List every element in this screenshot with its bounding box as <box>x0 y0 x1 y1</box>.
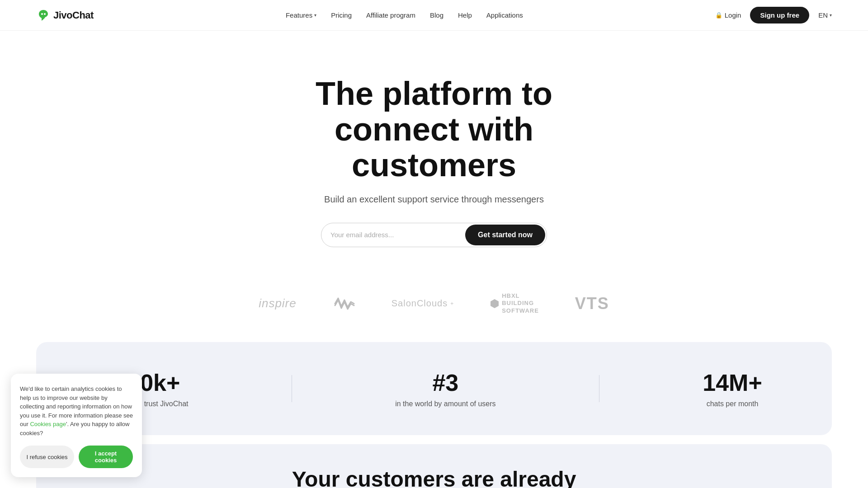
logo-text: JivoChat <box>53 9 94 21</box>
nav-affiliate[interactable]: Affiliate program <box>366 11 415 19</box>
brand-logo-salonclouds: SalonClouds+ <box>392 298 454 309</box>
stat-divider-2 <box>599 375 599 402</box>
signup-button[interactable]: Sign up free <box>750 7 809 23</box>
nav-pricing[interactable]: Pricing <box>331 11 352 19</box>
brand-logo-vts: VTS <box>575 294 609 313</box>
nav-right: 🔒 Login Sign up free EN ▾ <box>715 7 832 23</box>
bottom-teaser-title: Your customers are already <box>54 467 814 488</box>
hero-form: Get started now <box>321 223 547 247</box>
hero-subtitle: Build an excellent support service throu… <box>324 194 544 205</box>
bottom-teaser: Your customers are already <box>36 444 832 488</box>
chevron-down-icon: ▾ <box>314 13 316 18</box>
svg-point-1 <box>44 13 46 15</box>
cookie-text: We'd like to certain analytics cookies t… <box>20 385 133 437</box>
stat-chats: 14M+ chats per month <box>703 369 762 408</box>
email-input[interactable] <box>330 225 464 245</box>
brand-logos: inspire SalonClouds+ HBXLBUILDINGSOFTWAR… <box>0 274 868 343</box>
lock-icon: 🔒 <box>715 12 722 19</box>
stat-label-ranking: in the world by amount of users <box>395 400 495 408</box>
stat-divider-1 <box>292 375 292 402</box>
brand-logo-seismic <box>333 296 355 312</box>
refuse-cookies-button[interactable]: I refuse cookies <box>20 446 74 468</box>
navbar: JivoChat Features ▾ Pricing Affiliate pr… <box>0 0 868 31</box>
language-selector[interactable]: EN ▾ <box>818 11 832 19</box>
get-started-button[interactable]: Get started now <box>465 225 545 245</box>
brand-logo-inspire: inspire <box>259 296 297 310</box>
svg-marker-2 <box>491 299 499 308</box>
nav-help[interactable]: Help <box>458 11 472 19</box>
stats-section: 200k+ businesses trust JivoChat #3 in th… <box>36 342 832 435</box>
nav-applications[interactable]: Applications <box>486 11 523 19</box>
nav-features[interactable]: Features ▾ <box>286 11 316 19</box>
accept-cookies-button[interactable]: I accept cookies <box>79 446 133 468</box>
chevron-down-icon: ▾ <box>830 13 832 18</box>
hero-section: The platform to connect with customers B… <box>0 31 868 274</box>
logo-icon <box>36 8 51 23</box>
brand-logo-hbxl: HBXLBUILDINGSOFTWARE <box>490 292 539 315</box>
stat-number-chats: 14M+ <box>703 369 762 396</box>
nav-links: Features ▾ Pricing Affiliate program Blo… <box>286 11 523 19</box>
stat-number-ranking: #3 <box>395 369 495 396</box>
login-link[interactable]: 🔒 Login <box>715 11 741 19</box>
stat-label-chats: chats per month <box>703 400 762 408</box>
svg-point-0 <box>41 13 43 15</box>
cookie-banner: We'd like to certain analytics cookies t… <box>11 374 142 477</box>
logo[interactable]: JivoChat <box>36 8 94 23</box>
nav-blog[interactable]: Blog <box>430 11 443 19</box>
cookies-page-link[interactable]: Cookies page <box>30 421 66 427</box>
cookie-buttons: I refuse cookies I accept cookies <box>20 446 133 468</box>
stat-ranking: #3 in the world by amount of users <box>395 369 495 408</box>
hero-title: The platform to connect with customers <box>258 76 610 183</box>
